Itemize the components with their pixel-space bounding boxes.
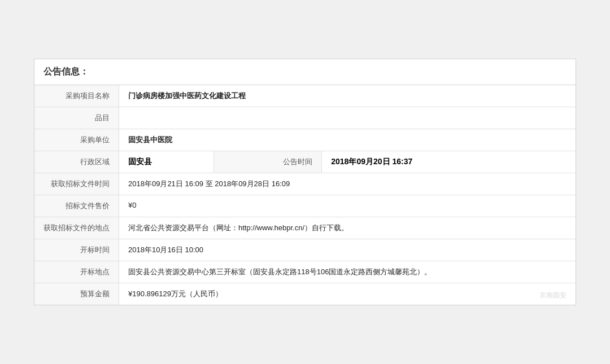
row-value: 固安县中医院: [119, 129, 576, 151]
table-row: 品目: [34, 107, 576, 129]
table-row: 采购单位固安县中医院: [34, 129, 576, 151]
row-value: 固安县公共资源交易中心第三开标室（固安县永定路118号106国道永定路西侧方城馨…: [119, 261, 576, 283]
row-label: 开标时间: [34, 239, 119, 261]
row-label: 采购单位: [34, 129, 119, 151]
row-value: 门诊病房楼加强中医药文化建设工程: [119, 85, 576, 107]
row-value: ¥0: [119, 195, 576, 217]
row-value-left: 固安县: [119, 151, 214, 173]
header-title: 公告信息：: [43, 67, 89, 76]
announcement-header: 公告信息：: [34, 59, 576, 85]
row-label: 获取招标文件时间: [34, 173, 119, 195]
row-label-right: 公告时间: [214, 151, 322, 173]
row-label: 预算金额: [34, 283, 119, 305]
table-row: 开标地点固安县公共资源交易中心第三开标室（固安县永定路118号106国道永定路西…: [34, 261, 576, 283]
row-value: 2018年09月21日 16:09 至 2018年09月28日 16:09: [119, 173, 576, 195]
row-label: 开标地点: [34, 261, 119, 283]
row-label: 获取招标文件的地点: [34, 217, 119, 239]
announcement-container: 公告信息： 采购项目名称门诊病房楼加强中医药文化建设工程品目采购单位固安县中医院…: [34, 59, 576, 305]
row-label: 品目: [34, 107, 119, 129]
row-value: [119, 107, 576, 129]
table-row: 获取招标文件的地点河北省公共资源交易平台（网址：http://www.hebpr…: [34, 217, 576, 239]
row-label: 采购项目名称: [34, 85, 119, 107]
info-table: 采购项目名称门诊病房楼加强中医药文化建设工程品目采购单位固安县中医院行政区域固安…: [34, 85, 576, 305]
row-value: 2018年10月16日 10:00: [119, 239, 576, 261]
row-value-right: 2018年09月20日 16:37: [322, 151, 576, 173]
row-value: ¥190.896129万元（人民币）京南固安: [119, 283, 576, 305]
row-label: 行政区域: [34, 151, 119, 173]
table-row: 行政区域固安县公告时间2018年09月20日 16:37: [34, 151, 576, 173]
watermark: 京南固安: [539, 291, 567, 300]
table-row: 获取招标文件时间2018年09月21日 16:09 至 2018年09月28日 …: [34, 173, 576, 195]
table-row: 预算金额¥190.896129万元（人民币）京南固安: [34, 283, 576, 305]
table-row: 开标时间2018年10月16日 10:00: [34, 239, 576, 261]
row-value: 河北省公共资源交易平台（网址：http://www.hebpr.cn/）自行下载…: [119, 217, 576, 239]
table-row: 招标文件售价¥0: [34, 195, 576, 217]
table-row: 采购项目名称门诊病房楼加强中医药文化建设工程: [34, 85, 576, 107]
row-label: 招标文件售价: [34, 195, 119, 217]
